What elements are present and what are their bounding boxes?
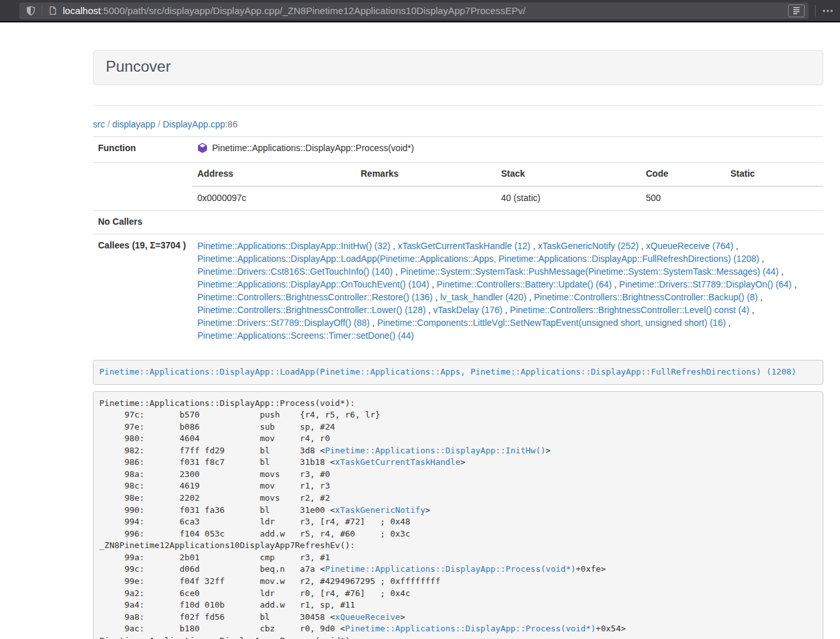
callee-link[interactable]: Pinetime::Applications::DisplayApp::Init…: [197, 241, 390, 251]
url-host: localhost: [63, 5, 101, 16]
table-row-stats: AddressRemarksStackCodeStatic0x0000097c4…: [93, 162, 823, 210]
assembly-symbol-link[interactable]: xTaskGetCurrentTaskHandle: [335, 457, 461, 467]
table-row-function: Function Pinetime::Applications::Display…: [93, 137, 823, 163]
callee-link[interactable]: vTaskDelay (176): [433, 305, 502, 315]
stats-value-cell: 40 (static): [496, 186, 641, 210]
assembly-symbol-link[interactable]: Pinetime::Applications::DisplayApp::Proc…: [325, 564, 575, 574]
loadapp-snippet-link[interactable]: Pinetime::Applications::DisplayApp::Load…: [99, 367, 796, 376]
callee-link[interactable]: Pinetime::Drivers::St7789::DisplayOff() …: [197, 318, 370, 328]
callee-link[interactable]: Pinetime::Controllers::BrightnessControl…: [534, 292, 757, 302]
breadcrumb-link[interactable]: src: [93, 119, 105, 129]
stats-value-cell: [725, 186, 823, 210]
stats-value-cell: [356, 186, 496, 210]
callee-link[interactable]: Pinetime::Applications::Screens::Timer::…: [197, 330, 414, 341]
callee-link[interactable]: xQueueReceive (764): [646, 241, 733, 251]
url-path: :5000/path/src/displayapp/DisplayApp.cpp…: [101, 5, 525, 16]
assembly-symbol-link[interactable]: xQueueReceive: [335, 612, 400, 622]
stats-cell-wrap: AddressRemarksStackCodeStatic0x0000097c4…: [192, 162, 823, 210]
breadcrumb-separator: /: [155, 119, 163, 129]
function-row-label: Function: [93, 137, 192, 163]
callee-link[interactable]: Pinetime::Drivers::St7789::DisplayOn() (…: [619, 279, 791, 289]
breadcrumb-link[interactable]: displayapp: [112, 119, 155, 129]
table-row-callees: Callees (19, Σ=3704 ) Pinetime::Applicat…: [93, 234, 823, 347]
callee-link[interactable]: Pinetime::Applications::DisplayApp::OnTo…: [197, 279, 429, 289]
app-header: Puncover: [93, 50, 823, 85]
breadcrumb: src / displayapp / DisplayApp.cpp:86: [93, 106, 823, 136]
toolbar-separator: [815, 5, 816, 17]
breadcrumb-link[interactable]: DisplayApp.cpp: [163, 119, 225, 129]
callee-link[interactable]: Pinetime::Controllers::BrightnessControl…: [510, 305, 749, 315]
callee-link[interactable]: Pinetime::System::SystemTask::PushMessag…: [400, 266, 779, 277]
assembly-listing: Pinetime::Applications::DisplayApp::Proc…: [93, 391, 823, 639]
callee-link[interactable]: Pinetime::Applications::DisplayApp::Load…: [197, 254, 759, 264]
loadapp-snippet-box: Pinetime::Applications::DisplayApp::Load…: [93, 360, 823, 385]
callees-cell: Pinetime::Applications::DisplayApp::Init…: [192, 234, 823, 347]
callee-link[interactable]: Pinetime::Controllers::BrightnessControl…: [197, 305, 425, 315]
menu-dots-icon[interactable]: [822, 6, 834, 16]
stats-table: AddressRemarksStackCodeStatic0x0000097c4…: [192, 163, 823, 210]
stats-column-header: Remarks: [356, 163, 496, 186]
reader-mode-button[interactable]: [788, 4, 805, 17]
package-icon: [197, 143, 208, 157]
stats-column-header: Stack: [496, 163, 641, 186]
stats-column-header: Address: [192, 163, 356, 186]
callee-link[interactable]: Pinetime::Drivers::Cst816S::GetTouchInfo…: [197, 266, 393, 277]
page-icon[interactable]: [48, 6, 58, 15]
stats-row-label: [93, 162, 192, 210]
callees-label: Callees (19, Σ=3704 ): [93, 234, 192, 347]
assembly-symbol-link[interactable]: Pinetime::Applications::DisplayApp::Init…: [325, 446, 545, 455]
stats-column-header: Static: [725, 163, 823, 186]
stats-value-cell: 500: [641, 186, 725, 210]
shield-icon[interactable]: [26, 6, 36, 16]
url-text[interactable]: localhost:5000/path/src/displayapp/Displ…: [63, 5, 783, 16]
callee-link[interactable]: Pinetime::Components::LittleVgl::SetNewT…: [377, 318, 726, 328]
assembly-symbol-link[interactable]: Pinetime::Applications::DisplayApp::Proc…: [345, 624, 596, 633]
callee-link[interactable]: xTaskGenericNotify (252): [538, 241, 638, 251]
url-bar[interactable]: localhost:5000/path/src/displayapp/Displ…: [19, 3, 809, 19]
main-container: Puncover src / displayapp / DisplayApp.c…: [93, 50, 823, 639]
function-name-cell: Pinetime::Applications::DisplayApp::Proc…: [192, 137, 823, 163]
page-title: Puncover: [106, 58, 170, 75]
callee-link[interactable]: xTaskGetCurrentTaskHandle (12): [398, 241, 531, 251]
callers-label: No Callers: [93, 210, 192, 234]
breadcrumb-line-number: :86: [225, 119, 237, 129]
callee-link[interactable]: Pinetime::Controllers::Battery::Update()…: [437, 279, 612, 289]
callee-link[interactable]: Pinetime::Controllers::BrightnessControl…: [197, 292, 432, 302]
assembly-symbol-link[interactable]: xTaskGenericNotify: [335, 505, 425, 515]
urlbar-separator: [42, 6, 42, 16]
browser-toolbar: localhost:5000/path/src/displayapp/Displ…: [0, 0, 840, 22]
stats-value-cell: 0x0000097c: [192, 186, 356, 210]
breadcrumb-separator: /: [105, 119, 113, 129]
page-content: Puncover src / displayapp / DisplayApp.c…: [0, 22, 840, 639]
function-table: Function Pinetime::Applications::Display…: [93, 136, 823, 347]
function-name: Pinetime::Applications::DisplayApp::Proc…: [212, 143, 414, 153]
stats-column-header: Code: [641, 163, 725, 186]
table-row-callers: No Callers: [93, 210, 823, 234]
callers-cell: [192, 210, 823, 234]
callee-link[interactable]: lv_task_handler (420): [440, 292, 527, 302]
